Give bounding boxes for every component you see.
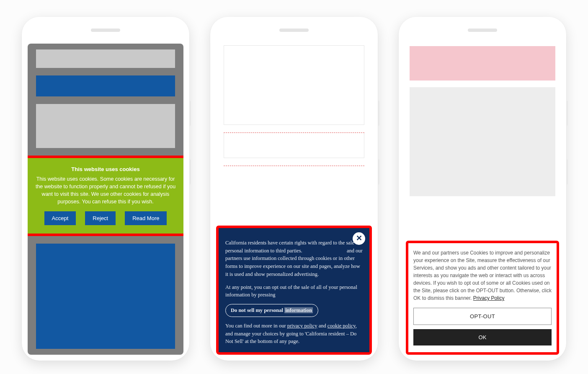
- reject-button[interactable]: Reject: [85, 211, 116, 225]
- side-button: [566, 101, 568, 126]
- button-label: Do not sell my personal: [231, 307, 284, 313]
- placeholder-block: [410, 87, 555, 196]
- highlight-box: This website uses cookies This website u…: [28, 156, 183, 236]
- side-button: [378, 159, 379, 184]
- side-button: [378, 101, 379, 126]
- placeholder-block: [224, 45, 364, 125]
- phone-frame-2: ✕ California residents have certain righ…: [210, 17, 378, 361]
- cookie-banner-para: You can find out more in our privacy pol…: [225, 322, 363, 345]
- speaker-slot: [91, 29, 120, 32]
- placeholder-block: [36, 104, 175, 148]
- read-more-button[interactable]: Read More: [125, 211, 167, 225]
- privacy-policy-link[interactable]: Privacy Policy: [473, 295, 505, 301]
- phone-frame-3: We and our partners use Cookies to impro…: [399, 17, 566, 361]
- phone-screen-3: We and our partners use Cookies to impro…: [405, 44, 560, 355]
- placeholder-block: [36, 75, 175, 96]
- cookie-banner-para: California residents have certain rights…: [225, 239, 363, 278]
- do-not-sell-button[interactable]: Do not sell my personal information: [225, 304, 318, 317]
- accept-button[interactable]: Accept: [44, 211, 76, 225]
- phone-screen-1: This website uses cookies This website u…: [28, 44, 183, 355]
- opt-out-button[interactable]: OPT-OUT: [413, 308, 552, 325]
- speaker-slot: [468, 29, 497, 32]
- placeholder-block: [410, 46, 555, 81]
- side-button: [189, 159, 191, 184]
- close-icon[interactable]: ✕: [353, 232, 365, 245]
- cookie-policy-link[interactable]: cookie policy: [328, 323, 356, 329]
- side-button: [566, 159, 568, 184]
- placeholder-block: [36, 49, 175, 68]
- privacy-policy-link[interactable]: privacy policy: [287, 323, 317, 329]
- speaker-slot: [279, 29, 309, 32]
- button-label-highlighted: information: [284, 307, 313, 313]
- phone-screen-2: ✕ California residents have certain righ…: [216, 44, 372, 355]
- text: You can find out more in our: [225, 323, 287, 329]
- placeholder-block: [224, 133, 364, 158]
- cookie-banner-title: This website uses cookies: [33, 166, 178, 174]
- phone-frame-1: This website uses cookies This website u…: [22, 17, 189, 361]
- highlight-box: We and our partners use Cookies to impro…: [406, 241, 559, 355]
- cookie-banner-3: We and our partners use Cookies to impro…: [408, 243, 557, 352]
- cookie-banner-1: This website uses cookies This website u…: [28, 158, 183, 234]
- ok-button[interactable]: OK: [413, 329, 552, 345]
- text: and: [317, 323, 328, 329]
- cookie-banner-para: At any point, you can opt out of the sal…: [225, 283, 363, 299]
- redacted-text: ————————: [304, 248, 347, 254]
- placeholder-block: [36, 244, 175, 349]
- side-button: [189, 101, 191, 126]
- cookie-banner-body: We and our partners use Cookies to impro…: [413, 250, 552, 301]
- highlight-box: ✕ California residents have certain righ…: [216, 226, 372, 355]
- cookie-banner-body: This website uses cookies. Some cookies …: [33, 175, 178, 206]
- cookie-banner-2: ✕ California residents have certain righ…: [219, 228, 369, 352]
